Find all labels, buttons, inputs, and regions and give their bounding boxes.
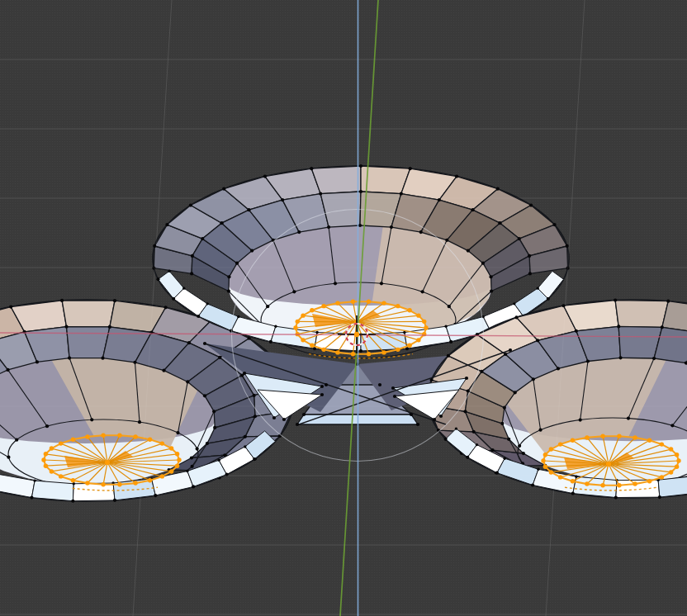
viewport-canvas[interactable] [0, 0, 687, 616]
blender-3d-viewport[interactable] [0, 0, 687, 616]
